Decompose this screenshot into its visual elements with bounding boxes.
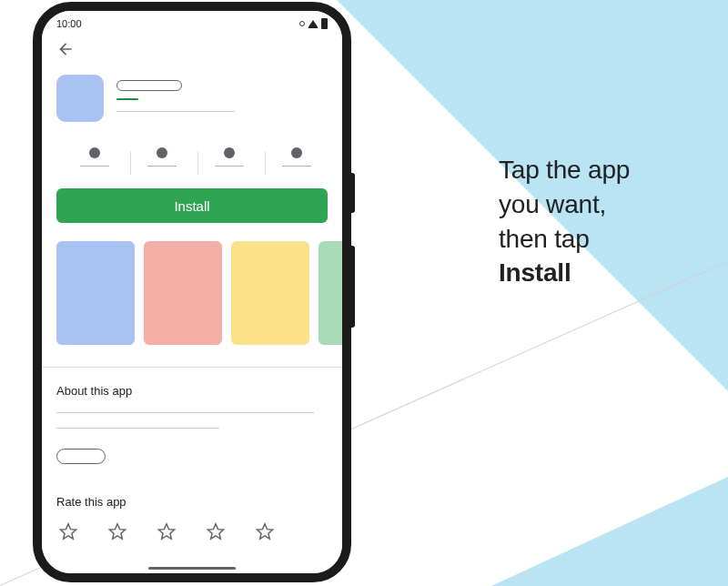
stat-label-placeholder <box>147 166 177 167</box>
about-heading[interactable]: About this app <box>56 384 328 398</box>
screenshot-thumbnail[interactable] <box>56 241 135 345</box>
rating-stars <box>56 521 328 541</box>
install-button[interactable]: Install <box>56 188 328 223</box>
category-chip[interactable] <box>56 449 106 464</box>
stat-icon <box>89 147 100 158</box>
status-time: 10:00 <box>56 18 82 29</box>
stat-icon <box>157 147 167 158</box>
stat-item[interactable] <box>268 147 326 167</box>
stat-label-placeholder <box>282 166 311 167</box>
app-title-area <box>116 75 328 122</box>
app-stats-row <box>56 147 328 167</box>
rate-heading: Rate this app <box>56 495 328 509</box>
install-button-label: Install <box>174 198 209 214</box>
screenshot-carousel[interactable] <box>56 241 328 345</box>
screenshot-thumbnail[interactable] <box>144 241 222 345</box>
phone-screen: 10:00 <box>42 11 342 573</box>
screenshot-thumbnail[interactable] <box>231 241 309 345</box>
app-developer-placeholder[interactable] <box>116 98 138 100</box>
stat-label-placeholder <box>80 166 109 167</box>
stat-item[interactable] <box>66 147 124 167</box>
stat-item[interactable] <box>200 147 258 167</box>
phone-frame: 10:00 <box>33 2 351 582</box>
app-detail-page: Install About this app Rate this app <box>42 36 342 573</box>
caption-line: then tap <box>499 225 590 253</box>
stat-label-placeholder <box>215 166 244 167</box>
star-icon[interactable] <box>255 521 275 541</box>
screenshot-thumbnail[interactable] <box>318 241 342 345</box>
section-divider <box>42 367 342 368</box>
status-battery-icon <box>321 18 328 29</box>
about-text-placeholder <box>56 428 219 429</box>
app-icon[interactable] <box>56 75 104 122</box>
app-subtitle-placeholder <box>116 111 235 112</box>
instruction-caption: Tap the app you want, then tap Install <box>499 153 708 290</box>
star-icon[interactable] <box>107 521 127 541</box>
stat-icon <box>291 147 302 158</box>
app-header <box>56 75 328 122</box>
caption-line: you want, <box>499 190 606 218</box>
tutorial-slide: Tap the app you want, then tap Install 1… <box>0 0 728 586</box>
caption-line-bold: Install <box>499 258 571 287</box>
stat-icon <box>224 147 235 158</box>
phone-volume-button <box>351 246 355 328</box>
status-wifi-icon <box>308 20 318 28</box>
back-button[interactable] <box>56 40 328 58</box>
back-arrow-icon <box>56 40 75 58</box>
app-title-placeholder <box>116 80 182 91</box>
status-signal-icon <box>299 21 305 26</box>
background-triangle-bottom <box>491 477 728 586</box>
status-bar: 10:00 <box>42 11 342 36</box>
stat-item[interactable] <box>133 147 191 167</box>
caption-line: Tap the app <box>499 156 630 184</box>
star-icon[interactable] <box>157 521 177 541</box>
star-icon[interactable] <box>206 521 226 541</box>
star-icon[interactable] <box>58 521 78 541</box>
status-icons <box>299 18 328 29</box>
home-indicator[interactable] <box>148 567 236 570</box>
phone-power-button <box>351 173 355 213</box>
about-text-placeholder <box>56 412 314 413</box>
